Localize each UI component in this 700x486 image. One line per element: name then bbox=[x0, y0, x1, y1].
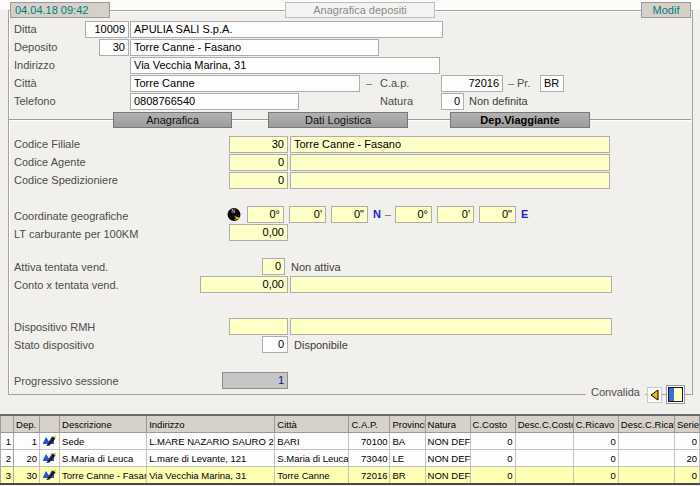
telefono-field[interactable]: 0808766540 bbox=[130, 93, 299, 110]
stato-dispositivo-desc: Disponibile bbox=[294, 339, 348, 351]
mode-indicator: Modif bbox=[641, 2, 691, 18]
citta-field[interactable]: Torre Canne bbox=[130, 75, 360, 92]
column-header-num bbox=[1, 415, 14, 433]
cell-citta: Torre Canne bbox=[275, 467, 349, 485]
cell-c_ricavo: 0 bbox=[573, 467, 618, 485]
codice-spedizioniere-field[interactable]: 0 bbox=[229, 172, 288, 189]
lon-sec-field[interactable]: 0" bbox=[479, 206, 516, 223]
lat-min-field[interactable]: 0' bbox=[289, 206, 326, 223]
dispositivo-rmh-desc-field[interactable] bbox=[290, 318, 612, 335]
column-header-dep: Dep. bbox=[14, 415, 40, 433]
table-header-row: Dep.DescrizioneIndirizzoCittàC.A.P.Provi… bbox=[1, 415, 700, 433]
tab-anagrafica[interactable]: Anagrafica bbox=[113, 112, 232, 128]
lt-carburante-label: LT carburante per 100KM bbox=[14, 228, 138, 240]
conto-tentata-label: Conto x tentata vend. bbox=[14, 279, 119, 291]
row-edit-icon-cell bbox=[40, 433, 60, 450]
dispositivo-rmh-label: Dispositivo RMH bbox=[14, 321, 95, 333]
column-header-c_ricavo: C.Ricavo bbox=[573, 415, 618, 433]
indirizzo-field[interactable]: Via Vecchia Marina, 31 bbox=[130, 57, 440, 74]
codice-filiale-desc-field[interactable]: Torre Canne - Fasano bbox=[290, 136, 610, 153]
conto-tentata-field[interactable]: 0,00 bbox=[200, 276, 288, 293]
cell-cap: 70100 bbox=[349, 433, 390, 450]
lt-carburante-field[interactable]: 0,00 bbox=[229, 224, 288, 241]
codice-spedizioniere-desc-field[interactable] bbox=[290, 172, 610, 189]
row-edit-icon-cell bbox=[40, 450, 60, 467]
tab-dati-logistica[interactable]: Dati Logistica bbox=[268, 112, 408, 128]
codice-agente-desc-field[interactable] bbox=[290, 154, 610, 171]
column-header-provincia: Provincia bbox=[390, 415, 425, 433]
edit-icon bbox=[43, 469, 56, 480]
codice-spedizioniere-label: Codice Spedizioniere bbox=[14, 174, 118, 186]
lat-direction: N bbox=[373, 208, 381, 220]
lon-min-field[interactable]: 0' bbox=[437, 206, 474, 223]
codice-filiale-field[interactable]: 30 bbox=[229, 136, 288, 153]
column-header-descrizione: Descrizione bbox=[60, 415, 147, 433]
stato-dispositivo-field[interactable]: 0 bbox=[262, 336, 288, 353]
lat-sec-field[interactable]: 0" bbox=[331, 206, 368, 223]
cell-natura: NON DEFINITA bbox=[425, 467, 470, 485]
cell-num: 2 bbox=[1, 450, 14, 467]
cell-indirizzo: L.MARE NAZARIO SAURO 211 bbox=[147, 433, 275, 450]
table-row[interactable]: 11SedeL.MARE NAZARIO SAURO 211BARI70100B… bbox=[1, 433, 700, 450]
ditta-code-field[interactable]: 10009 bbox=[85, 21, 129, 38]
telefono-label: Telefono bbox=[14, 95, 56, 107]
deposito-name-field[interactable]: Torre Canne - Fasano bbox=[130, 39, 379, 56]
column-header-citta: Città bbox=[275, 415, 349, 433]
attiva-tentata-field[interactable]: 0 bbox=[262, 258, 285, 275]
cap-label: C.a.p. bbox=[380, 77, 409, 89]
lon-direction: E bbox=[521, 208, 528, 220]
cell-provincia: BR bbox=[390, 467, 425, 485]
column-header-desc_c_ricavo: Desc.C.Ricavo bbox=[618, 415, 674, 433]
stato-dispositivo-label: Stato dispositivo bbox=[14, 339, 94, 351]
deposito-code-field[interactable]: 30 bbox=[99, 39, 129, 56]
indirizzo-label: Indirizzo bbox=[14, 59, 55, 71]
cell-desc_c_ricavo bbox=[618, 433, 674, 450]
table-row[interactable]: 220S.Maria di LeucaL.mare di Levante, 12… bbox=[1, 450, 700, 467]
attiva-tentata-desc: Non attiva bbox=[291, 261, 341, 273]
cell-natura: NON DEFINITA bbox=[425, 433, 470, 450]
column-header-indirizzo: Indirizzo bbox=[147, 415, 275, 433]
exit-door-icon bbox=[668, 387, 683, 402]
cell-descrizione: Torre Canne - Fasano bbox=[60, 467, 147, 485]
cell-serie: 20 bbox=[674, 450, 699, 467]
arrow-left-icon bbox=[649, 389, 660, 401]
dispositivo-rmh-field[interactable] bbox=[229, 318, 288, 335]
natura-code-field[interactable]: 0 bbox=[441, 93, 464, 110]
column-header-natura: Natura bbox=[425, 415, 470, 433]
codice-filiale-label: Codice Filiale bbox=[14, 138, 80, 150]
pr-dash: – bbox=[508, 77, 514, 89]
exit-door-button[interactable] bbox=[666, 385, 685, 404]
table-row[interactable]: 330Torre Canne - FasanoVia Vecchia Marin… bbox=[1, 467, 700, 485]
cell-cap: 73040 bbox=[349, 450, 390, 467]
cell-indirizzo: Via Vecchia Marina, 31 bbox=[147, 467, 275, 485]
convalida-label: Convalida bbox=[586, 386, 645, 398]
cell-desc_c_costo bbox=[515, 450, 573, 467]
tab-dep-viaggiante[interactable]: Dep.Viaggiante bbox=[450, 112, 590, 128]
cell-dep: 20 bbox=[14, 450, 40, 467]
lon-deg-field[interactable]: 0° bbox=[395, 206, 432, 223]
deposits-table: Dep.DescrizioneIndirizzoCittàC.A.P.Provi… bbox=[0, 414, 700, 485]
attiva-tentata-label: Attiva tentata vend. bbox=[14, 261, 108, 273]
cell-natura: NON DEFINITA bbox=[425, 450, 470, 467]
conto-tentata-desc-field[interactable] bbox=[290, 276, 612, 293]
prev-record-button[interactable] bbox=[647, 387, 662, 403]
cell-c_costo: 0 bbox=[470, 467, 515, 485]
cell-desc_c_costo bbox=[515, 467, 573, 485]
ditta-label: Ditta bbox=[14, 23, 37, 35]
cap-field[interactable]: 72016 bbox=[441, 75, 503, 92]
progressivo-sessione-label: Progressivo sessione bbox=[14, 375, 119, 387]
anagrafica-depositi-window: 04.04.18 09:42 Anagrafica depositi Modif… bbox=[0, 0, 700, 486]
lat-deg-field[interactable]: 0° bbox=[247, 206, 284, 223]
pr-field[interactable]: BR bbox=[540, 75, 564, 92]
cell-descrizione: S.Maria di Leuca bbox=[60, 450, 147, 467]
cell-indirizzo: L.mare di Levante, 121 bbox=[147, 450, 275, 467]
cell-c_ricavo: 0 bbox=[573, 433, 618, 450]
ditta-name-field[interactable]: APULIA SALI S.p.A. bbox=[130, 21, 443, 38]
compass-globe-icon: N bbox=[227, 207, 242, 224]
codice-agente-field[interactable]: 0 bbox=[229, 154, 288, 171]
cell-provincia: BA bbox=[390, 433, 425, 450]
edit-icon bbox=[43, 435, 56, 446]
natura-desc: Non definita bbox=[469, 95, 528, 107]
page-title: Anagrafica depositi bbox=[285, 2, 435, 18]
cap-dash: – bbox=[366, 77, 372, 89]
